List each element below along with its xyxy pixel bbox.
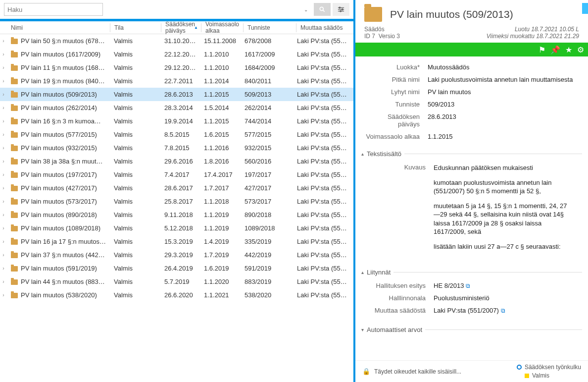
expand-icon[interactable]: › xyxy=(0,266,7,271)
val-muuttaa[interactable]: Laki PV:sta (551/2007) xyxy=(434,307,499,314)
search-button[interactable] xyxy=(314,3,331,16)
expand-icon[interactable]: › xyxy=(0,38,7,44)
row-name: PV lain muutos (197/2017) xyxy=(21,171,97,178)
table-row[interactable]: ›PV lain muutos (1617/2009)Valmis22.12.2… xyxy=(0,48,353,61)
flag-icon[interactable]: ⚑ xyxy=(539,45,545,55)
expand-icon[interactable]: › xyxy=(0,252,7,258)
row-voimassa: 1.1.2014 xyxy=(200,77,241,85)
table-row[interactable]: ›PV lain 50 §:n muutos (678/2008)Valmis3… xyxy=(0,34,353,48)
col-paivays[interactable]: Säädöksen päiväys xyxy=(161,21,201,34)
permissions-text: Täydet oikeudet kaikille sisäisill... xyxy=(374,368,461,375)
folder-icon xyxy=(11,132,18,138)
workflow-state: Valmis xyxy=(532,372,549,379)
table-row[interactable]: ›PV lain muutos (427/2017)Valmis28.6.201… xyxy=(0,181,353,195)
section-tekstisisalto[interactable]: ▴ Tekstisisältö xyxy=(361,150,582,158)
external-link-icon[interactable]: ⧉ xyxy=(501,307,505,314)
table-row[interactable]: ›PV lain 37 §:n muutos (442/2019)Valmis2… xyxy=(0,248,353,262)
section-liitynnat[interactable]: ▴ Liitynnät xyxy=(361,269,582,276)
expand-icon[interactable]: › xyxy=(0,212,7,218)
lbl-paivays: Säädöksen päiväys xyxy=(365,113,428,128)
table-row[interactable]: ›PV lain muutos (890/2018)Valmis9.11.201… xyxy=(0,208,353,221)
expand-icon[interactable]: › xyxy=(0,52,7,57)
lbl-tunniste: Tunniste xyxy=(365,101,428,108)
table-row[interactable]: ›PV lain muutos (573/2017)Valmis25.8.201… xyxy=(0,195,353,208)
table-row[interactable]: ›PV lain 11 §:n muutos (1684/2009)Valmis… xyxy=(0,61,353,74)
row-muuttaa: Laki PV:sta (551/20 xyxy=(293,184,353,192)
row-name: PV lain muutos (509/2013) xyxy=(21,91,97,98)
expand-icon[interactable]: › xyxy=(0,105,7,110)
table-row[interactable]: ›PV lain muutos (591/2019)Valmis26.4.201… xyxy=(0,262,353,275)
table-row[interactable]: ›PV lain 16 ja 17 §:n muutos (335/20...V… xyxy=(0,235,353,248)
table-row[interactable]: ›PV lain 38 ja 38a §:n muutos (560/2...V… xyxy=(0,155,353,168)
row-paivays: 7.8.2015 xyxy=(160,144,200,152)
folder-icon xyxy=(11,239,18,245)
expand-icon[interactable]: › xyxy=(0,199,7,204)
row-paivays: 25.8.2017 xyxy=(160,198,200,205)
expand-icon[interactable]: › xyxy=(0,292,7,298)
table-row[interactable]: ›PV lain muutos (1089/2018)Valmis5.12.20… xyxy=(0,221,353,235)
expand-icon[interactable]: › xyxy=(0,78,7,84)
col-tila[interactable]: Tila xyxy=(110,24,161,31)
expand-icon[interactable]: › xyxy=(0,65,7,70)
chat-tab-icon[interactable] xyxy=(582,3,588,14)
row-voimassa: 1.5.2014 xyxy=(200,104,241,111)
search-input[interactable] xyxy=(4,3,103,16)
status-bar: ⚑ 📌 ★ ⚙ xyxy=(355,43,588,56)
row-muuttaa: Laki PV:sta (551/20 xyxy=(293,251,353,259)
row-paivays: 29.3.2019 xyxy=(160,251,200,259)
svg-point-0 xyxy=(320,7,323,10)
pin-icon[interactable]: 📌 xyxy=(550,45,560,55)
svg-line-1 xyxy=(323,10,324,11)
row-voimassa: 1.8.2016 xyxy=(200,158,241,165)
row-voimassa: 1.7.2017 xyxy=(200,184,241,192)
table-row[interactable]: ›PV lain 16 §:n 3 m kumoaminen (7...Valm… xyxy=(0,114,353,128)
expand-icon[interactable]: › xyxy=(0,159,7,164)
expand-icon[interactable]: › xyxy=(0,92,7,97)
expand-icon[interactable]: › xyxy=(0,118,7,124)
type-label: Säädös xyxy=(364,26,385,33)
folder-icon xyxy=(11,213,18,218)
row-paivays: 22.12.2009 xyxy=(160,51,200,58)
table-row[interactable]: ›PV lain muutos (932/2015)Valmis7.8.2015… xyxy=(0,141,353,155)
table-row[interactable]: ›PV lain muutos (538/2020)Valmis26.6.202… xyxy=(0,288,353,302)
expand-icon[interactable]: › xyxy=(0,172,7,177)
external-link-icon[interactable]: ⧉ xyxy=(466,282,470,289)
row-tila: Valmis xyxy=(110,131,160,138)
gear-icon[interactable]: ⚙ xyxy=(577,45,584,55)
row-name: PV lain muutos (577/2015) xyxy=(21,131,97,138)
col-muuttaa[interactable]: Muuttaa säädös xyxy=(296,24,353,31)
expand-icon[interactable]: › xyxy=(0,279,7,284)
val-hallituksen[interactable]: HE 8/2013 xyxy=(434,282,464,289)
table-row[interactable]: ›PV lain muutos (509/2013)Valmis28.6.201… xyxy=(0,88,353,101)
row-name: PV lain muutos (591/2019) xyxy=(21,265,97,272)
table-row[interactable]: ›PV lain muutos (197/2017)Valmis7.4.2017… xyxy=(0,168,353,181)
expand-icon[interactable]: › xyxy=(0,145,7,151)
row-paivays: 28.6.2013 xyxy=(160,91,200,98)
table-row[interactable]: ›PV lain muutos (577/2015)Valmis8.5.2015… xyxy=(0,128,353,141)
lbl-pitkanimi: Pitkä nimi xyxy=(365,76,428,83)
row-tila: Valmis xyxy=(110,291,160,299)
row-tila: Valmis xyxy=(110,278,160,285)
col-voimassa[interactable]: Voimassaolo alkaa xyxy=(201,21,243,34)
workflow-name[interactable]: Säädöksen työnkulku xyxy=(525,364,581,371)
row-paivays: 9.11.2018 xyxy=(160,211,200,218)
row-muuttaa: Laki PV:sta (551/20 xyxy=(293,265,353,272)
row-tunniste: 577/2015 xyxy=(241,131,293,138)
table-row[interactable]: ›PV lain 44 §:n muutos (883/2019)Valmis5… xyxy=(0,275,353,288)
col-name[interactable]: Nimi xyxy=(7,24,110,31)
expand-icon[interactable]: › xyxy=(0,225,7,231)
section-automaattiset[interactable]: ▾ Automaattiset arvot xyxy=(361,326,582,333)
lbl-lyhytnimi: Lyhyt nimi xyxy=(365,88,428,96)
row-muuttaa: Laki PV:sta (551/20 xyxy=(293,77,353,85)
val-hallinnonala: Puolustusministeriö xyxy=(434,294,572,302)
row-name: PV lain muutos (932/2015) xyxy=(21,144,97,152)
expand-icon[interactable]: › xyxy=(0,132,7,137)
expand-icon[interactable]: › xyxy=(0,239,7,244)
table-row[interactable]: ›PV lain 19 §:n muutos (840/2011)Valmis2… xyxy=(0,74,353,88)
star-icon[interactable]: ★ xyxy=(565,45,572,55)
col-tunniste[interactable]: Tunniste xyxy=(244,24,296,31)
row-muuttaa: Laki PV:sta (551/20 xyxy=(293,51,353,58)
filter-button[interactable] xyxy=(333,3,349,16)
expand-icon[interactable]: › xyxy=(0,185,7,191)
table-row[interactable]: ›PV lain muutos (262/2014)Valmis28.3.201… xyxy=(0,101,353,114)
